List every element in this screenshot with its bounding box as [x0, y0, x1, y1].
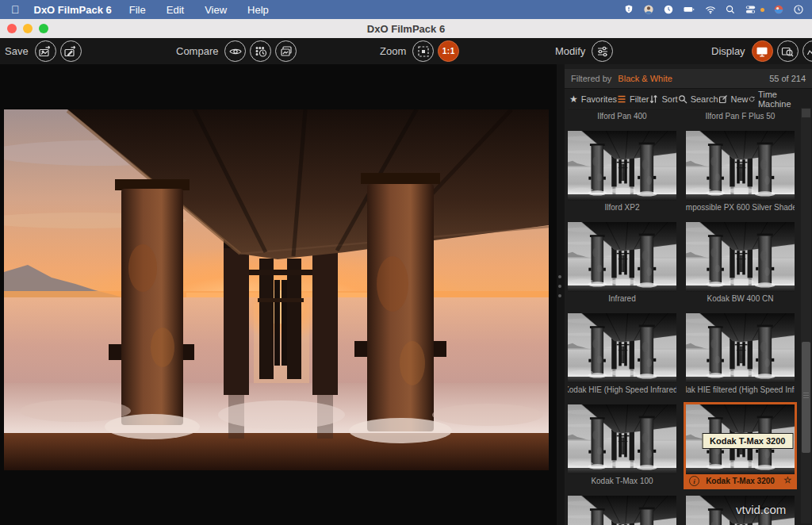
- star-icon: ★: [569, 94, 578, 104]
- scrollbar-thumb[interactable]: [802, 342, 810, 453]
- sort-arrows-icon: [649, 94, 658, 104]
- preset-cell[interactable]: Impossible PX 600 Silver Shade: [686, 131, 795, 213]
- globe-icon[interactable]: [773, 4, 784, 15]
- watermark: vtvid.com: [736, 503, 786, 516]
- fit-screen-icon: [416, 44, 431, 59]
- display-screen-button[interactable]: [752, 40, 773, 62]
- menu-edit[interactable]: Edit: [167, 4, 184, 16]
- preset-label: Kodak HIE filtered (High Speed Infra...: [686, 383, 795, 396]
- favorites-button[interactable]: ★ Favorites: [569, 94, 617, 104]
- compare-history-button[interactable]: [250, 40, 271, 62]
- menu-file[interactable]: File: [129, 4, 146, 16]
- filter-list-icon: [617, 94, 626, 104]
- export-image-icon: [38, 44, 52, 59]
- control-center-icon[interactable]: [745, 4, 756, 15]
- spotlight-icon[interactable]: [725, 4, 736, 15]
- preset-cell-selected[interactable]: Kodak T-Max 3200 i Kodak T-Max 3200 ☆: [686, 404, 795, 487]
- display-histogram-button[interactable]: [802, 40, 812, 62]
- preset-thumbnail: [568, 108, 676, 109]
- user-icon[interactable]: [643, 4, 654, 15]
- export-edit-icon: [63, 44, 78, 59]
- preset-cell[interactable]: Kodak HIE (High Speed Infrared): [568, 313, 676, 396]
- preset-cell[interactable]: [568, 496, 676, 525]
- sort-button[interactable]: Sort: [649, 94, 677, 104]
- wifi-icon[interactable]: [705, 4, 716, 15]
- shield-icon[interactable]: [623, 4, 634, 15]
- filtered-by-label: Filtered by: [571, 74, 611, 83]
- time-icon[interactable]: [793, 4, 804, 15]
- toolbar: Save Compare Zoom 1:1 Modify: [0, 38, 812, 64]
- preset-cell[interactable]: Kodak T-Max 100: [568, 404, 676, 487]
- loupe-image-icon: [780, 44, 795, 59]
- window-title: DxO FilmPack 6: [0, 23, 812, 35]
- new-preset-button[interactable]: New: [718, 94, 749, 104]
- app-menu[interactable]: DxO FilmPack 6: [34, 4, 112, 16]
- time-machine-icon: [749, 94, 755, 104]
- modify-group-label: Modify: [555, 45, 585, 57]
- export-edit-button[interactable]: [60, 40, 82, 62]
- preset-label: Impossible PX 600 Silver Shade: [686, 201, 795, 213]
- new-pencil-icon: [718, 94, 728, 104]
- preset-tooltip: Kodak T-Max 3200: [702, 433, 793, 449]
- time-machine-label: Time Machine: [758, 90, 796, 109]
- time-machine-button[interactable]: Time Machine: [749, 90, 796, 109]
- menu-view[interactable]: View: [205, 4, 227, 16]
- compare-side-by-side-button[interactable]: [275, 40, 297, 62]
- status-icons: [623, 4, 812, 15]
- preset-thumbnail: [568, 131, 676, 201]
- preset-label: Kodak BW 400 CN: [686, 292, 795, 305]
- info-icon[interactable]: i: [689, 476, 699, 486]
- filter-value[interactable]: Black & White: [618, 74, 672, 83]
- preset-label-selected: i Kodak T-Max 3200 ☆: [686, 474, 795, 487]
- sliders-icon: [596, 44, 610, 59]
- search-label: Search: [691, 94, 718, 104]
- panel-actions: ★ Favorites Filter Sort Search New Time …: [565, 90, 801, 108]
- presets-grid-viewport[interactable]: Ilford Pan 400 Ilford Pan F Plus 50 Ilfo…: [565, 108, 801, 525]
- battery-icon[interactable]: [683, 4, 696, 15]
- preset-thumbnail: [686, 222, 795, 292]
- compare-preview-button[interactable]: [224, 40, 246, 62]
- monitor-icon: [755, 44, 769, 59]
- zoom-1to1-button[interactable]: 1:1: [438, 40, 459, 62]
- preset-count: 55 of 214: [769, 74, 806, 83]
- apple-menu-icon[interactable]: : [11, 3, 20, 16]
- clock-icon[interactable]: [663, 4, 674, 15]
- preset-cell[interactable]: Infrared: [568, 222, 676, 305]
- window-titlebar: DxO FilmPack 6: [0, 19, 812, 39]
- modify-settings-button[interactable]: [592, 40, 613, 62]
- preset-cell[interactable]: Ilford Pan 400: [568, 108, 676, 122]
- selected-preset-name: Kodak T-Max 3200: [706, 477, 775, 485]
- export-image-button[interactable]: [35, 40, 56, 62]
- preset-cell[interactable]: Ilford Pan F Plus 50: [686, 108, 795, 122]
- favorite-star-icon[interactable]: ☆: [783, 475, 791, 485]
- search-icon: [678, 94, 688, 104]
- zoom-ratio-label: 1:1: [442, 47, 455, 56]
- preset-thumbnail: [568, 404, 676, 474]
- preset-thumbnail: [686, 108, 795, 109]
- image-viewer-area: [0, 64, 557, 525]
- zoom-group-label: Zoom: [380, 45, 406, 57]
- display-loupe-button[interactable]: [777, 40, 799, 62]
- filter-button[interactable]: Filter: [617, 94, 649, 104]
- zoom-fit-button[interactable]: [412, 40, 434, 62]
- preset-cell[interactable]: Kodak HIE filtered (High Speed Infra...: [686, 313, 795, 396]
- preset-thumbnail: [568, 496, 676, 525]
- menu-help[interactable]: Help: [247, 4, 269, 16]
- panel-divider[interactable]: [557, 64, 565, 525]
- panel-scrollbar[interactable]: [801, 108, 811, 523]
- dots-clock-icon: [254, 44, 268, 59]
- preview-photo[interactable]: [4, 109, 549, 470]
- preset-label: Ilford Pan F Plus 50: [686, 109, 795, 122]
- compare-group-label: Compare: [176, 45, 218, 57]
- scrollbar-top-button[interactable]: [802, 109, 810, 117]
- favorites-label: Favorites: [581, 94, 617, 104]
- search-button[interactable]: Search: [678, 94, 718, 104]
- sort-label: Sort: [661, 94, 677, 104]
- preset-thumbnail: [568, 222, 676, 292]
- preset-label: Infrared: [568, 292, 676, 305]
- notification-dot: [760, 8, 764, 12]
- image-stack-icon: [279, 44, 293, 59]
- macos-menubar:  DxO FilmPack 6 File Edit View Help: [0, 0, 812, 19]
- preset-cell[interactable]: Ilford XP2: [568, 131, 676, 213]
- preset-cell[interactable]: Kodak BW 400 CN: [686, 222, 795, 305]
